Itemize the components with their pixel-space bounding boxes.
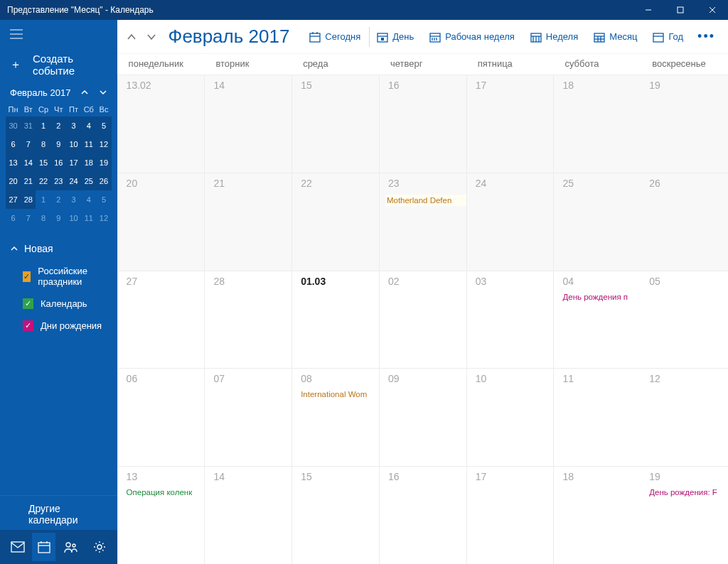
day-cell[interactable]: 20 — [117, 173, 205, 271]
day-cell[interactable]: 08International Wom — [291, 368, 379, 466]
mini-day-cell[interactable]: 9 — [51, 209, 66, 227]
calendar-item[interactable]: ✓Российские праздники — [23, 260, 107, 293]
day-cell[interactable]: 17 — [466, 466, 554, 564]
day-view-button[interactable]: День — [369, 27, 421, 47]
day-cell[interactable]: 02 — [379, 271, 466, 369]
day-cell[interactable]: 04День рождения п — [553, 271, 641, 369]
people-icon[interactable] — [58, 533, 82, 561]
more-button[interactable]: ••• — [692, 29, 721, 44]
mini-day-cell[interactable]: 16 — [51, 153, 66, 172]
mini-day-cell[interactable]: 4 — [81, 116, 96, 135]
mini-day-cell[interactable]: 11 — [81, 209, 96, 227]
mini-day-cell[interactable]: 5 — [96, 190, 111, 209]
day-cell[interactable]: 09 — [379, 368, 466, 466]
mini-day-cell[interactable]: 6 — [6, 135, 21, 153]
week-view-button[interactable]: Неделя — [523, 27, 585, 47]
mini-day-cell[interactable]: 27 — [6, 190, 21, 209]
mini-day-cell[interactable]: 18 — [81, 153, 96, 172]
mini-day-cell[interactable]: 2 — [51, 116, 66, 135]
day-cell[interactable]: 19День рождения: F — [641, 466, 728, 564]
mini-day-cell[interactable]: 3 — [66, 190, 81, 209]
mini-day-cell[interactable]: 28 — [21, 190, 36, 209]
day-cell[interactable]: 06 — [117, 368, 205, 466]
day-cell[interactable]: 17 — [466, 75, 554, 173]
mini-day-cell[interactable]: 10 — [66, 209, 81, 227]
mini-next-button[interactable] — [96, 85, 110, 99]
checkbox-icon[interactable]: ✓ — [23, 298, 33, 309]
mini-day-cell[interactable]: 15 — [36, 153, 50, 172]
mini-day-cell[interactable]: 10 — [66, 135, 81, 153]
event-item[interactable]: День рождения п — [562, 293, 641, 301]
settings-icon[interactable] — [87, 533, 111, 561]
day-cell[interactable]: 18 — [553, 466, 641, 564]
day-cell[interactable]: 14 — [204, 75, 291, 173]
mini-day-cell[interactable]: 8 — [36, 135, 50, 153]
event-item[interactable]: Операция коленк — [127, 488, 205, 497]
day-cell[interactable]: 13.02 — [117, 75, 205, 173]
day-cell[interactable]: 21 — [204, 173, 291, 271]
mini-day-cell[interactable]: 11 — [81, 135, 96, 153]
today-button[interactable]: Сегодня — [302, 27, 368, 47]
mini-day-cell[interactable]: 24 — [66, 172, 81, 190]
day-cell[interactable]: 13Операция коленк — [117, 466, 205, 564]
mini-day-cell[interactable]: 31 — [21, 116, 36, 135]
mini-calendar-title[interactable]: Февраль 2017 — [10, 87, 77, 98]
day-cell[interactable]: 10 — [466, 368, 554, 466]
day-cell[interactable]: 19 — [641, 75, 728, 173]
calendar-item[interactable]: ✓Дни рождения — [23, 315, 107, 337]
day-cell[interactable]: 16 — [379, 466, 466, 564]
prev-month-button[interactable] — [122, 27, 141, 47]
mini-day-cell[interactable]: 7 — [21, 135, 36, 153]
new-event-button[interactable]: ＋ Создать событие — [0, 48, 117, 81]
year-view-button[interactable]: Год — [646, 27, 690, 47]
other-calendars-button[interactable]: Другие календари — [0, 495, 117, 530]
mail-icon[interactable] — [6, 533, 29, 561]
mini-day-cell[interactable]: 6 — [6, 209, 21, 227]
day-cell[interactable]: 28 — [204, 271, 291, 369]
calendar-item[interactable]: ✓Календарь — [23, 293, 107, 315]
mini-day-cell[interactable]: 1 — [36, 190, 50, 209]
calendar-icon[interactable] — [32, 533, 55, 561]
mini-day-cell[interactable]: 12 — [96, 135, 111, 153]
mini-day-cell[interactable]: 4 — [81, 190, 96, 209]
checkbox-icon[interactable]: ✓ — [23, 271, 31, 282]
mini-day-cell[interactable]: 9 — [51, 135, 66, 153]
day-cell[interactable]: 07 — [204, 368, 291, 466]
day-cell[interactable]: 24 — [466, 173, 554, 271]
event-item[interactable]: День рождения: F — [649, 488, 728, 497]
mini-day-cell[interactable]: 26 — [96, 172, 111, 190]
event-item[interactable]: Motherland Defen — [385, 195, 466, 206]
day-cell[interactable]: 14 — [204, 466, 291, 564]
day-cell[interactable]: 12 — [641, 368, 728, 466]
mini-day-cell[interactable]: 23 — [51, 172, 66, 190]
hamburger-button[interactable] — [0, 20, 117, 48]
day-cell[interactable]: 03 — [466, 271, 554, 369]
maximize-button[interactable] — [664, 0, 696, 20]
calendar-section-toggle[interactable]: Новая — [10, 240, 107, 260]
mini-day-cell[interactable]: 8 — [36, 209, 50, 227]
mini-day-cell[interactable]: 5 — [96, 116, 111, 135]
mini-day-cell[interactable]: 3 — [66, 116, 81, 135]
day-cell[interactable]: 15 — [291, 75, 379, 173]
day-cell[interactable]: 26 — [641, 173, 728, 271]
day-cell[interactable]: 23Motherland Defen — [379, 173, 466, 271]
workweek-view-button[interactable]: Рабочая неделя — [422, 27, 522, 47]
mini-day-cell[interactable]: 25 — [81, 172, 96, 190]
mini-day-cell[interactable]: 20 — [6, 172, 21, 190]
day-cell[interactable]: 01.03 — [291, 271, 379, 369]
mini-day-cell[interactable]: 13 — [6, 153, 21, 172]
day-cell[interactable]: 27 — [117, 271, 205, 369]
day-cell[interactable]: 22 — [291, 173, 379, 271]
day-cell[interactable]: 18 — [553, 75, 641, 173]
mini-day-cell[interactable]: 7 — [21, 209, 36, 227]
mini-day-cell[interactable]: 14 — [21, 153, 36, 172]
close-button[interactable] — [696, 0, 728, 20]
minimize-button[interactable] — [632, 0, 664, 20]
next-month-button[interactable] — [141, 27, 161, 47]
checkbox-icon[interactable]: ✓ — [23, 320, 33, 331]
mini-day-cell[interactable]: 1 — [36, 116, 50, 135]
month-title[interactable]: Февраль 2017 — [161, 26, 303, 48]
mini-day-cell[interactable]: 22 — [36, 172, 50, 190]
day-cell[interactable]: 11 — [553, 368, 641, 466]
mini-day-cell[interactable]: 30 — [6, 116, 21, 135]
